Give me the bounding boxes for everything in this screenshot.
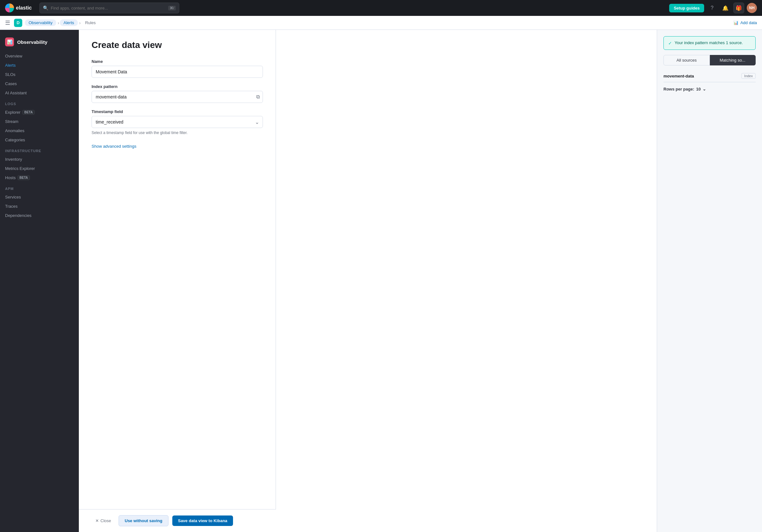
index-pattern-label: Index pattern bbox=[92, 84, 263, 89]
timestamp-label: Timestamp field bbox=[92, 109, 263, 114]
sidebar-item-traces[interactable]: Traces bbox=[0, 202, 79, 211]
sidebar-item-services[interactable]: Services bbox=[0, 192, 79, 202]
use-without-saving-button[interactable]: Use without saving bbox=[118, 515, 168, 526]
breadcrumb: Observability › Alerts › Rules bbox=[25, 19, 100, 26]
elastic-logo[interactable]: elastic bbox=[5, 4, 32, 12]
rows-per-page-label: Rows per page: bbox=[663, 87, 694, 92]
sidebar-icon: 📊 bbox=[5, 37, 14, 46]
sidebar-cases-label: Cases bbox=[5, 81, 17, 86]
sidebar-item-hosts[interactable]: Hosts BETA bbox=[0, 173, 79, 182]
source-name: movement-data bbox=[663, 74, 694, 79]
sidebar-title: Observability bbox=[17, 39, 47, 45]
sidebar-header: 📊 Observability bbox=[0, 35, 79, 51]
notifications-button[interactable]: 🔔 bbox=[720, 3, 731, 13]
close-button[interactable]: ✕ Close bbox=[92, 516, 115, 526]
index-pattern-input-wrapper: ⧉ bbox=[92, 91, 263, 103]
sidebar-traces-label: Traces bbox=[5, 204, 18, 209]
workspace-button[interactable]: D bbox=[14, 19, 22, 27]
matching-sources-tab[interactable]: Matching so... bbox=[710, 55, 756, 65]
sidebar-nav-slos[interactable]: SLOs bbox=[0, 70, 79, 79]
hosts-beta-badge: BETA bbox=[18, 175, 30, 180]
all-sources-tab[interactable]: All sources bbox=[663, 55, 710, 65]
sidebar-nav-cases[interactable]: Cases bbox=[0, 79, 79, 88]
close-label: Close bbox=[101, 518, 111, 523]
sidebar-nav-overview[interactable]: Overview bbox=[0, 51, 79, 61]
timestamp-help-text: Select a timestamp field for use with th… bbox=[92, 131, 263, 135]
copy-icon[interactable]: ⧉ bbox=[256, 94, 260, 100]
close-icon: ✕ bbox=[95, 518, 99, 523]
page-title: Create data view bbox=[92, 40, 263, 50]
sidebar-nav-ai-assistant[interactable]: AI Assistant bbox=[0, 88, 79, 98]
index-pattern-field: Index pattern ⧉ bbox=[92, 84, 263, 103]
name-input[interactable] bbox=[92, 66, 263, 78]
sidebar-slos-label: SLOs bbox=[5, 72, 16, 77]
add-data-icon: 📊 bbox=[733, 20, 738, 25]
match-banner: ✓ Your index pattern matches 1 source. bbox=[663, 36, 756, 50]
sidebar-services-label: Services bbox=[5, 195, 21, 199]
sidebar-explorer-label: Explorer bbox=[5, 110, 20, 115]
source-tabs: All sources Matching so... bbox=[663, 55, 756, 65]
sidebar-inventory-label: Inventory bbox=[5, 157, 22, 162]
sidebar-metrics-label: Metrics Explorer bbox=[5, 166, 35, 171]
check-icon: ✓ bbox=[668, 41, 672, 46]
search-bar[interactable]: 🔍 ⌘/ bbox=[39, 3, 179, 13]
sidebar-dependencies-label: Dependencies bbox=[5, 213, 32, 218]
sidebar-item-categories[interactable]: Categories bbox=[0, 135, 79, 145]
breadcrumb-rules[interactable]: Rules bbox=[81, 19, 100, 26]
name-field: Name bbox=[92, 59, 263, 78]
sidebar-item-metrics-explorer[interactable]: Metrics Explorer bbox=[0, 164, 79, 173]
breadcrumb-bar: ☰ D Observability › Alerts › Rules 📊 Add… bbox=[0, 16, 762, 30]
add-data-button[interactable]: 📊 Add data bbox=[733, 20, 757, 25]
breadcrumb-separator-1: › bbox=[57, 20, 59, 26]
gift-button[interactable]: 🎁 bbox=[733, 3, 744, 13]
rows-per-page[interactable]: Rows per page: 10 ⌄ bbox=[663, 87, 756, 92]
add-data-label: Add data bbox=[740, 20, 757, 25]
sidebar-item-inventory[interactable]: Inventory bbox=[0, 155, 79, 164]
sidebar-section-apm: APM bbox=[0, 182, 79, 192]
search-icon: 🔍 bbox=[43, 5, 48, 11]
timestamp-select-wrapper: time_received ⌄ bbox=[92, 116, 263, 128]
sidebar-item-stream[interactable]: Stream bbox=[0, 117, 79, 126]
rows-per-page-value: 10 bbox=[696, 87, 701, 92]
sidebar-item-explorer[interactable]: Explorer BETA bbox=[0, 108, 79, 117]
rows-per-page-chevron-icon: ⌄ bbox=[703, 87, 706, 92]
form-footer: ✕ Close Use without saving Save data vie… bbox=[79, 509, 276, 532]
sidebar-anomalies-label: Anomalies bbox=[5, 128, 25, 133]
sidebar-overview-label: Overview bbox=[5, 54, 22, 58]
show-advanced-link[interactable]: Show advanced settings bbox=[92, 144, 136, 149]
sidebar: 📊 Observability Overview Alerts SLOs Cas… bbox=[0, 30, 79, 532]
help-icon: ? bbox=[711, 5, 714, 11]
index-pattern-input[interactable] bbox=[92, 91, 263, 103]
sidebar-item-dependencies[interactable]: Dependencies bbox=[0, 211, 79, 220]
main-layout: 📊 Observability Overview Alerts SLOs Cas… bbox=[0, 30, 762, 532]
hamburger-button[interactable]: ☰ bbox=[5, 19, 10, 26]
breadcrumb-separator-2: › bbox=[79, 20, 81, 26]
gift-icon: 🎁 bbox=[735, 5, 742, 11]
sidebar-hosts-label: Hosts bbox=[5, 175, 16, 180]
form-panel: Create data view Name Index pattern ⧉ Ti… bbox=[79, 30, 276, 509]
search-input[interactable] bbox=[51, 6, 166, 11]
sidebar-ai-label: AI Assistant bbox=[5, 91, 27, 95]
top-nav: elastic 🔍 ⌘/ Setup guides ? 🔔 🎁 NH bbox=[0, 0, 762, 16]
nav-actions: Setup guides ? 🔔 🎁 NH bbox=[669, 3, 757, 13]
sidebar-section-infrastructure: Infrastructure bbox=[0, 145, 79, 155]
breadcrumb-observability[interactable]: Observability bbox=[25, 19, 56, 26]
match-banner-text: Your index pattern matches 1 source. bbox=[675, 40, 743, 45]
main-content: Create data view Name Index pattern ⧉ Ti… bbox=[79, 30, 762, 532]
index-badge: Index bbox=[741, 73, 756, 79]
breadcrumb-alerts[interactable]: Alerts bbox=[60, 19, 78, 26]
explorer-beta-badge: BETA bbox=[22, 110, 34, 115]
elastic-icon bbox=[5, 4, 14, 12]
sidebar-item-anomalies[interactable]: Anomalies bbox=[0, 126, 79, 135]
bell-icon: 🔔 bbox=[722, 5, 728, 11]
right-panel: ✓ Your index pattern matches 1 source. A… bbox=[657, 30, 762, 532]
source-row: movement-data Index bbox=[663, 70, 756, 82]
sidebar-nav-alerts[interactable]: Alerts bbox=[0, 61, 79, 70]
user-avatar[interactable]: NH bbox=[747, 3, 757, 13]
setup-guides-button[interactable]: Setup guides bbox=[669, 4, 704, 12]
timestamp-select[interactable]: time_received bbox=[92, 116, 263, 128]
elastic-logo-text: elastic bbox=[16, 5, 32, 11]
help-icon-button[interactable]: ? bbox=[707, 3, 718, 13]
sidebar-alerts-label: Alerts bbox=[5, 63, 16, 68]
save-data-view-button[interactable]: Save data view to Kibana bbox=[172, 515, 233, 526]
